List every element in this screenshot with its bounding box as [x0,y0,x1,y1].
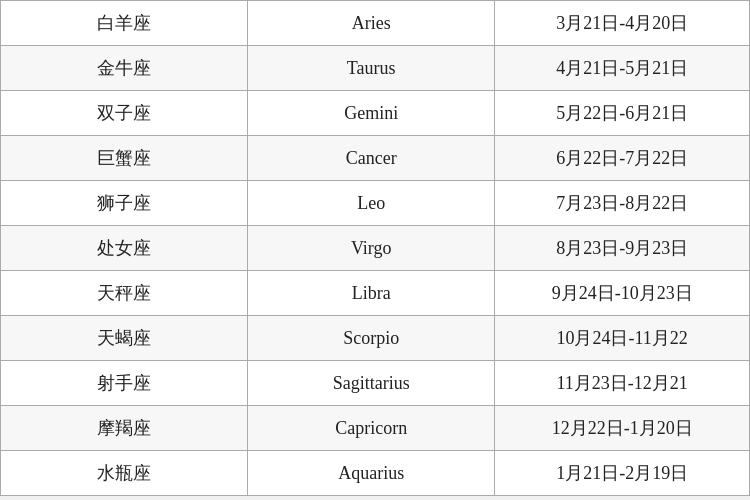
cell-dates: 3月21日-4月20日 [495,1,750,46]
cell-dates: 10月24日-11月22 [495,316,750,361]
cell-dates: 4月21日-5月21日 [495,46,750,91]
table-row: 狮子座Leo7月23日-8月22日 [1,181,750,226]
cell-chinese: 巨蟹座 [1,136,248,181]
zodiac-table: 白羊座Aries3月21日-4月20日金牛座Taurus4月21日-5月21日双… [0,0,750,496]
cell-chinese: 狮子座 [1,181,248,226]
table-row: 金牛座Taurus4月21日-5月21日 [1,46,750,91]
cell-chinese: 摩羯座 [1,406,248,451]
cell-dates: 1月21日-2月19日 [495,451,750,496]
cell-english: Virgo [248,226,495,271]
cell-dates: 8月23日-9月23日 [495,226,750,271]
cell-chinese: 水瓶座 [1,451,248,496]
cell-dates: 11月23日-12月21 [495,361,750,406]
table-row: 处女座Virgo8月23日-9月23日 [1,226,750,271]
cell-english: Taurus [248,46,495,91]
cell-english: Cancer [248,136,495,181]
cell-english: Sagittarius [248,361,495,406]
cell-dates: 6月22日-7月22日 [495,136,750,181]
table-row: 双子座Gemini5月22日-6月21日 [1,91,750,136]
cell-chinese: 天秤座 [1,271,248,316]
table-row: 白羊座Aries3月21日-4月20日 [1,1,750,46]
cell-chinese: 双子座 [1,91,248,136]
table-row: 天秤座Libra9月24日-10月23日 [1,271,750,316]
cell-chinese: 金牛座 [1,46,248,91]
cell-dates: 9月24日-10月23日 [495,271,750,316]
cell-english: Capricorn [248,406,495,451]
cell-chinese: 白羊座 [1,1,248,46]
cell-chinese: 射手座 [1,361,248,406]
table-row: 摩羯座Capricorn12月22日-1月20日 [1,406,750,451]
cell-dates: 12月22日-1月20日 [495,406,750,451]
cell-english: Aries [248,1,495,46]
cell-dates: 7月23日-8月22日 [495,181,750,226]
cell-english: Leo [248,181,495,226]
zodiac-table-container: 白羊座Aries3月21日-4月20日金牛座Taurus4月21日-5月21日双… [0,0,750,496]
cell-english: Gemini [248,91,495,136]
table-row: 巨蟹座Cancer6月22日-7月22日 [1,136,750,181]
cell-english: Scorpio [248,316,495,361]
cell-chinese: 处女座 [1,226,248,271]
cell-dates: 5月22日-6月21日 [495,91,750,136]
table-row: 水瓶座Aquarius1月21日-2月19日 [1,451,750,496]
cell-chinese: 天蝎座 [1,316,248,361]
cell-english: Aquarius [248,451,495,496]
table-row: 天蝎座Scorpio10月24日-11月22 [1,316,750,361]
cell-english: Libra [248,271,495,316]
table-row: 射手座Sagittarius11月23日-12月21 [1,361,750,406]
